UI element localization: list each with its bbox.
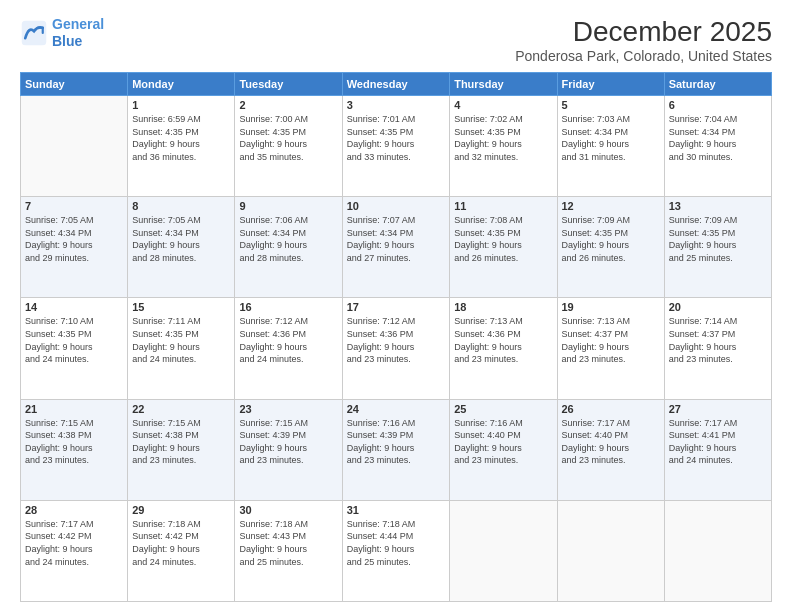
day-number: 11 bbox=[454, 200, 552, 212]
day-info: Sunrise: 7:16 AM Sunset: 4:39 PM Dayligh… bbox=[347, 417, 445, 467]
day-info: Sunrise: 7:17 AM Sunset: 4:42 PM Dayligh… bbox=[25, 518, 123, 568]
day-number: 22 bbox=[132, 403, 230, 415]
calendar-header-sunday: Sunday bbox=[21, 73, 128, 96]
day-info: Sunrise: 7:15 AM Sunset: 4:38 PM Dayligh… bbox=[132, 417, 230, 467]
title-block: December 2025 Ponderosa Park, Colorado, … bbox=[515, 16, 772, 64]
calendar-cell bbox=[450, 500, 557, 601]
calendar-cell: 11Sunrise: 7:08 AM Sunset: 4:35 PM Dayli… bbox=[450, 197, 557, 298]
day-info: Sunrise: 7:08 AM Sunset: 4:35 PM Dayligh… bbox=[454, 214, 552, 264]
day-info: Sunrise: 7:17 AM Sunset: 4:41 PM Dayligh… bbox=[669, 417, 767, 467]
calendar-cell: 22Sunrise: 7:15 AM Sunset: 4:38 PM Dayli… bbox=[128, 399, 235, 500]
day-info: Sunrise: 6:59 AM Sunset: 4:35 PM Dayligh… bbox=[132, 113, 230, 163]
calendar-cell: 9Sunrise: 7:06 AM Sunset: 4:34 PM Daylig… bbox=[235, 197, 342, 298]
calendar-cell: 10Sunrise: 7:07 AM Sunset: 4:34 PM Dayli… bbox=[342, 197, 449, 298]
day-number: 8 bbox=[132, 200, 230, 212]
day-info: Sunrise: 7:12 AM Sunset: 4:36 PM Dayligh… bbox=[347, 315, 445, 365]
day-number: 15 bbox=[132, 301, 230, 313]
calendar-header-row: SundayMondayTuesdayWednesdayThursdayFrid… bbox=[21, 73, 772, 96]
calendar-cell: 15Sunrise: 7:11 AM Sunset: 4:35 PM Dayli… bbox=[128, 298, 235, 399]
calendar-header-tuesday: Tuesday bbox=[235, 73, 342, 96]
day-info: Sunrise: 7:06 AM Sunset: 4:34 PM Dayligh… bbox=[239, 214, 337, 264]
logo: General Blue bbox=[20, 16, 104, 50]
subtitle: Ponderosa Park, Colorado, United States bbox=[515, 48, 772, 64]
day-number: 4 bbox=[454, 99, 552, 111]
calendar-cell: 14Sunrise: 7:10 AM Sunset: 4:35 PM Dayli… bbox=[21, 298, 128, 399]
day-number: 21 bbox=[25, 403, 123, 415]
day-number: 24 bbox=[347, 403, 445, 415]
day-info: Sunrise: 7:13 AM Sunset: 4:37 PM Dayligh… bbox=[562, 315, 660, 365]
day-info: Sunrise: 7:04 AM Sunset: 4:34 PM Dayligh… bbox=[669, 113, 767, 163]
calendar-cell: 30Sunrise: 7:18 AM Sunset: 4:43 PM Dayli… bbox=[235, 500, 342, 601]
day-number: 19 bbox=[562, 301, 660, 313]
day-number: 7 bbox=[25, 200, 123, 212]
day-number: 2 bbox=[239, 99, 337, 111]
day-number: 26 bbox=[562, 403, 660, 415]
day-info: Sunrise: 7:05 AM Sunset: 4:34 PM Dayligh… bbox=[132, 214, 230, 264]
day-info: Sunrise: 7:05 AM Sunset: 4:34 PM Dayligh… bbox=[25, 214, 123, 264]
calendar-cell: 25Sunrise: 7:16 AM Sunset: 4:40 PM Dayli… bbox=[450, 399, 557, 500]
day-info: Sunrise: 7:14 AM Sunset: 4:37 PM Dayligh… bbox=[669, 315, 767, 365]
day-info: Sunrise: 7:17 AM Sunset: 4:40 PM Dayligh… bbox=[562, 417, 660, 467]
day-number: 20 bbox=[669, 301, 767, 313]
day-number: 5 bbox=[562, 99, 660, 111]
day-info: Sunrise: 7:01 AM Sunset: 4:35 PM Dayligh… bbox=[347, 113, 445, 163]
day-info: Sunrise: 7:15 AM Sunset: 4:38 PM Dayligh… bbox=[25, 417, 123, 467]
calendar-header-saturday: Saturday bbox=[664, 73, 771, 96]
calendar-week-row: 1Sunrise: 6:59 AM Sunset: 4:35 PM Daylig… bbox=[21, 96, 772, 197]
day-number: 14 bbox=[25, 301, 123, 313]
calendar-cell: 2Sunrise: 7:00 AM Sunset: 4:35 PM Daylig… bbox=[235, 96, 342, 197]
day-number: 6 bbox=[669, 99, 767, 111]
day-number: 12 bbox=[562, 200, 660, 212]
calendar-cell: 29Sunrise: 7:18 AM Sunset: 4:42 PM Dayli… bbox=[128, 500, 235, 601]
logo-general: General bbox=[52, 16, 104, 32]
day-number: 1 bbox=[132, 99, 230, 111]
day-number: 27 bbox=[669, 403, 767, 415]
calendar-header-friday: Friday bbox=[557, 73, 664, 96]
calendar-cell: 12Sunrise: 7:09 AM Sunset: 4:35 PM Dayli… bbox=[557, 197, 664, 298]
calendar-header-monday: Monday bbox=[128, 73, 235, 96]
day-info: Sunrise: 7:10 AM Sunset: 4:35 PM Dayligh… bbox=[25, 315, 123, 365]
calendar-week-row: 21Sunrise: 7:15 AM Sunset: 4:38 PM Dayli… bbox=[21, 399, 772, 500]
day-info: Sunrise: 7:18 AM Sunset: 4:44 PM Dayligh… bbox=[347, 518, 445, 568]
day-number: 16 bbox=[239, 301, 337, 313]
day-info: Sunrise: 7:13 AM Sunset: 4:36 PM Dayligh… bbox=[454, 315, 552, 365]
day-info: Sunrise: 7:18 AM Sunset: 4:42 PM Dayligh… bbox=[132, 518, 230, 568]
day-info: Sunrise: 7:11 AM Sunset: 4:35 PM Dayligh… bbox=[132, 315, 230, 365]
day-number: 31 bbox=[347, 504, 445, 516]
calendar-cell: 1Sunrise: 6:59 AM Sunset: 4:35 PM Daylig… bbox=[128, 96, 235, 197]
calendar-cell: 21Sunrise: 7:15 AM Sunset: 4:38 PM Dayli… bbox=[21, 399, 128, 500]
day-info: Sunrise: 7:03 AM Sunset: 4:34 PM Dayligh… bbox=[562, 113, 660, 163]
calendar-cell bbox=[664, 500, 771, 601]
calendar-cell: 27Sunrise: 7:17 AM Sunset: 4:41 PM Dayli… bbox=[664, 399, 771, 500]
day-info: Sunrise: 7:18 AM Sunset: 4:43 PM Dayligh… bbox=[239, 518, 337, 568]
calendar-cell: 24Sunrise: 7:16 AM Sunset: 4:39 PM Dayli… bbox=[342, 399, 449, 500]
calendar-header-thursday: Thursday bbox=[450, 73, 557, 96]
day-info: Sunrise: 7:07 AM Sunset: 4:34 PM Dayligh… bbox=[347, 214, 445, 264]
calendar-week-row: 14Sunrise: 7:10 AM Sunset: 4:35 PM Dayli… bbox=[21, 298, 772, 399]
day-info: Sunrise: 7:09 AM Sunset: 4:35 PM Dayligh… bbox=[669, 214, 767, 264]
calendar-header-wednesday: Wednesday bbox=[342, 73, 449, 96]
calendar-cell: 4Sunrise: 7:02 AM Sunset: 4:35 PM Daylig… bbox=[450, 96, 557, 197]
day-info: Sunrise: 7:00 AM Sunset: 4:35 PM Dayligh… bbox=[239, 113, 337, 163]
header: General Blue December 2025 Ponderosa Par… bbox=[20, 16, 772, 64]
calendar-cell: 6Sunrise: 7:04 AM Sunset: 4:34 PM Daylig… bbox=[664, 96, 771, 197]
day-number: 17 bbox=[347, 301, 445, 313]
day-number: 10 bbox=[347, 200, 445, 212]
calendar-cell: 5Sunrise: 7:03 AM Sunset: 4:34 PM Daylig… bbox=[557, 96, 664, 197]
calendar-cell: 26Sunrise: 7:17 AM Sunset: 4:40 PM Dayli… bbox=[557, 399, 664, 500]
day-number: 25 bbox=[454, 403, 552, 415]
page: General Blue December 2025 Ponderosa Par… bbox=[0, 0, 792, 612]
day-number: 9 bbox=[239, 200, 337, 212]
calendar-cell: 16Sunrise: 7:12 AM Sunset: 4:36 PM Dayli… bbox=[235, 298, 342, 399]
calendar-table: SundayMondayTuesdayWednesdayThursdayFrid… bbox=[20, 72, 772, 602]
calendar-cell: 13Sunrise: 7:09 AM Sunset: 4:35 PM Dayli… bbox=[664, 197, 771, 298]
calendar-cell: 18Sunrise: 7:13 AM Sunset: 4:36 PM Dayli… bbox=[450, 298, 557, 399]
calendar-cell: 20Sunrise: 7:14 AM Sunset: 4:37 PM Dayli… bbox=[664, 298, 771, 399]
calendar-cell: 7Sunrise: 7:05 AM Sunset: 4:34 PM Daylig… bbox=[21, 197, 128, 298]
day-number: 23 bbox=[239, 403, 337, 415]
calendar-cell bbox=[557, 500, 664, 601]
calendar-week-row: 28Sunrise: 7:17 AM Sunset: 4:42 PM Dayli… bbox=[21, 500, 772, 601]
day-number: 29 bbox=[132, 504, 230, 516]
main-title: December 2025 bbox=[515, 16, 772, 48]
day-info: Sunrise: 7:16 AM Sunset: 4:40 PM Dayligh… bbox=[454, 417, 552, 467]
